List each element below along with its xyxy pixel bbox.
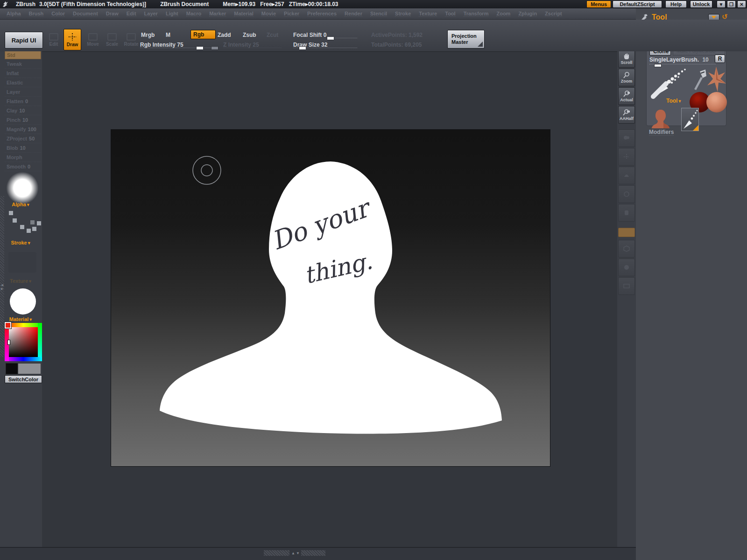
menu-brush[interactable]: Brush [29, 11, 44, 17]
menu-zscript[interactable]: Zscript [545, 11, 562, 17]
menu-zoom[interactable]: Zoom [496, 11, 510, 17]
bust-tool-thumbnail[interactable] [651, 109, 670, 129]
menu-preferences[interactable]: Preferences [307, 11, 337, 17]
menu-document[interactable]: Document [73, 11, 98, 17]
current-tool-slider[interactable]: SingleLayerBrush. 10 [649, 56, 716, 64]
brush-item-tweak[interactable]: Tweak [5, 60, 41, 69]
brush-item-flatten[interactable]: Flatten0 [5, 97, 41, 106]
menu-edit[interactable]: Edit [127, 11, 136, 17]
brush-item-inflat[interactable]: Inflat [5, 69, 41, 78]
highlighted-shelf-button[interactable] [618, 228, 635, 237]
zadd-toggle[interactable]: Zadd [218, 32, 231, 38]
brush-item-zproject[interactable]: ZProject50 [5, 134, 41, 143]
menu-light[interactable]: Light [166, 11, 178, 17]
draw-mode-button[interactable]: Draw [63, 29, 81, 50]
restore-icon[interactable]: ❐ [727, 0, 736, 8]
aahalf-button[interactable]: AAHalf [618, 106, 635, 124]
modifiers-section[interactable]: Modifiers [649, 129, 674, 136]
menu-movie[interactable]: Movie [261, 11, 276, 17]
z-intensity-slider[interactable]: Z Intensity 25 [223, 42, 259, 48]
texture-thumbnail[interactable] [8, 252, 36, 273]
menu-layer[interactable]: Layer [144, 11, 158, 17]
color-picker[interactable] [5, 323, 42, 361]
zsub-toggle[interactable]: Zsub [243, 32, 256, 38]
menu-tool[interactable]: Tool [445, 11, 455, 17]
stroke-dropdown[interactable]: Stroke▼ [0, 240, 42, 245]
axe-tool-thumbnail[interactable] [691, 69, 707, 91]
rgb-toggle[interactable]: Rgb [190, 30, 216, 39]
menu-texture[interactable]: Texture [419, 11, 437, 17]
close-icon[interactable]: ✕ [737, 0, 746, 8]
brush-item-clay[interactable]: Clay10 [5, 106, 41, 115]
menus-button[interactable]: Menus [586, 0, 611, 8]
projection-master-button[interactable]: Projection Master [447, 30, 485, 49]
bottom-scrollbar-track[interactable]: ▲▼ [0, 547, 636, 560]
r-button[interactable]: R [715, 55, 725, 63]
rapid-ui-button[interactable]: Rapid UI [5, 32, 43, 49]
texture-dropdown[interactable]: Texture▼ [0, 278, 42, 284]
move-mode-button[interactable]: Move [84, 29, 102, 50]
material-thumbnail[interactable] [10, 288, 36, 315]
brush-item-elastic[interactable]: Elastic [5, 78, 41, 87]
menu-render[interactable]: Render [345, 11, 362, 17]
mrgb-toggle[interactable]: Mrgb [141, 32, 155, 38]
zcut-toggle[interactable]: Zcut [267, 32, 278, 38]
default-zscript-button[interactable]: DefaultZScript [613, 0, 662, 8]
star3d-tool-thumbnail[interactable] [706, 66, 726, 93]
menu-stencil[interactable]: Stencil [370, 11, 387, 17]
z-intensity-track[interactable] [223, 48, 282, 48]
menu-picker[interactable]: Picker [284, 11, 299, 17]
focal-shift-slider[interactable]: Focal Shift 0 [293, 32, 326, 38]
m-toggle[interactable]: M [166, 32, 170, 38]
hue-marker[interactable] [7, 340, 10, 345]
menu-transform[interactable]: Transform [464, 11, 489, 17]
brush-item-smooth[interactable]: Smooth0 [5, 162, 41, 171]
saturation-value-square[interactable] [9, 327, 38, 357]
switch-color-button[interactable]: SwitchColor [5, 375, 42, 383]
rotate-mode-button[interactable]: Rotate [122, 29, 140, 50]
focal-shift-handle[interactable] [327, 36, 334, 40]
scale-mode-button[interactable]: Scale [103, 29, 121, 50]
scroll-button[interactable]: Scroll [618, 50, 635, 68]
active-brush-preview[interactable] [650, 69, 689, 99]
menu-draw[interactable]: Draw [106, 11, 119, 17]
help-button[interactable]: Help [665, 0, 687, 8]
left-vertical-scrollbar[interactable]: ◀▶ [0, 196, 4, 357]
rgb-intensity-handle[interactable] [196, 46, 204, 50]
sphere3d-thumbnail[interactable] [706, 92, 727, 112]
horizontal-scrollbar-thumb[interactable] [301, 550, 325, 556]
brush-item-std[interactable]: Std [5, 50, 41, 59]
menu-alpha[interactable]: Alpha [7, 11, 21, 17]
brush-item-morph[interactable]: Morph [5, 153, 41, 162]
rgb-intensity-slider[interactable]: Rgb Intensity 75 [140, 42, 183, 48]
document-canvas[interactable]: Do your thing. [111, 130, 550, 466]
zoom-button[interactable]: Zoom [618, 69, 635, 86]
alpha-thumbnail[interactable] [6, 172, 39, 204]
z-intensity-handle[interactable] [211, 46, 218, 50]
tool-dropdown[interactable]: Tool▼ [666, 98, 682, 104]
brush-item-layer[interactable]: Layer [5, 88, 41, 97]
menu-stroke[interactable]: Stroke [395, 11, 411, 17]
current-tool-handle[interactable] [654, 64, 662, 67]
main-color-swatch[interactable] [18, 363, 41, 374]
draw-size-slider[interactable]: Draw Size 32 [293, 42, 327, 48]
brush-item-pinch[interactable]: Pinch10 [5, 116, 41, 125]
brush-item-blob[interactable]: Blob10 [5, 144, 41, 153]
unlock-button[interactable]: Unlock [690, 0, 712, 8]
scrollbar-arrows-icon[interactable]: ◀▶ [0, 280, 4, 294]
draw-size-handle[interactable] [299, 46, 306, 50]
menu-marker[interactable]: Marker [209, 11, 226, 17]
brush-item-magnify[interactable]: Magnify100 [5, 125, 41, 134]
stroke-thumbnail[interactable] [6, 210, 39, 238]
edit-mode-button[interactable]: Edit [45, 29, 63, 50]
alpha-dropdown[interactable]: Alpha▼ [0, 202, 42, 207]
menu-zplugin[interactable]: Zplugin [518, 11, 537, 17]
menu-color[interactable]: Color [51, 11, 65, 17]
menu-macro[interactable]: Macro [186, 11, 201, 17]
selected-brush-thumbnail[interactable] [681, 108, 699, 131]
material-dropdown[interactable]: Material▼ [0, 316, 42, 322]
minimize-icon[interactable]: ▼ [717, 0, 726, 8]
actual-button[interactable]: Actual [618, 87, 635, 105]
menu-material[interactable]: Material [234, 11, 254, 17]
secondary-color-swatch[interactable] [6, 363, 18, 374]
